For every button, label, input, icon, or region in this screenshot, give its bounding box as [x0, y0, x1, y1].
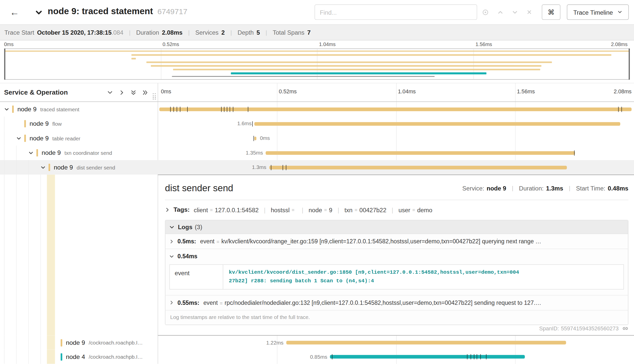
separator: |: [569, 185, 570, 191]
minimap-canvas[interactable]: [4, 49, 630, 80]
expand-all-button[interactable]: [131, 90, 136, 95]
log-marker-tick: [471, 354, 471, 359]
collapse-one-button[interactable]: [119, 90, 124, 95]
span-name-cell[interactable]: node 9txn coordinator send: [0, 145, 158, 160]
span-bar[interactable]: [269, 165, 567, 169]
span-rows-bottom: node 9/cockroach.roachpb.I…1.22msnode 4/…: [0, 336, 634, 364]
span-name-cell[interactable]: node 9flow: [0, 116, 158, 131]
span-timeline-cell[interactable]: 0ms: [158, 131, 634, 146]
span-row: node 9table reader0ms: [0, 131, 634, 146]
link-icon[interactable]: [622, 326, 628, 332]
axis-tick-label: 1.56ms: [517, 89, 535, 95]
keyboard-shortcuts-button[interactable]: ⌘: [542, 5, 561, 20]
timeline-axis: 0ms0.52ms1.04ms1.56ms2.08ms: [158, 83, 634, 101]
service-color-bar: [49, 164, 50, 171]
timeline-left-header: Service & Operation: [0, 83, 158, 101]
span-name: node 9/cockroach.roachpb.I…: [0, 336, 158, 350]
log-field-value: kv/kvclient/kvcoord/dist_sender.go:1850 …: [229, 268, 520, 285]
log-marker-tick: [233, 106, 234, 112]
operation-name: /cockroach.roachpb.I…: [89, 339, 158, 346]
service-name: node 4: [66, 353, 85, 360]
service-name: node 9: [66, 339, 85, 346]
viewport-handle-right[interactable]: [629, 49, 629, 80]
meta-label: Service:: [462, 185, 484, 191]
expander-chevron-icon[interactable]: [40, 165, 49, 170]
double-chevron-right-icon: [142, 90, 148, 95]
service-color-bar: [12, 105, 14, 113]
operation-name: txn coordinator send: [65, 150, 158, 156]
separator: |: [512, 185, 513, 191]
span-name-cell[interactable]: node 9table reader: [0, 131, 158, 146]
trace-collapse-chevron-icon[interactable]: [35, 9, 43, 17]
expander-chevron-icon[interactable]: [16, 136, 24, 141]
log-field-key: event: [170, 265, 223, 289]
log-entry[interactable]: 0.55ms: event=rpc/nodedialer/nodedialer.…: [165, 295, 628, 310]
log-timestamp: 0.5ms:: [178, 238, 196, 245]
back-button[interactable]: ←: [7, 4, 23, 20]
minimap-span-bar: [151, 65, 541, 67]
span-timeline-cell[interactable]: [158, 102, 634, 117]
chevron-down-icon: [170, 254, 174, 259]
chevron-right-icon[interactable]: [165, 207, 170, 212]
logs-section: Logs (3) 0.5ms: event=kv/kvclient/kvcoor…: [165, 220, 628, 325]
span-name-cell[interactable]: node 9traced statement: [0, 102, 158, 117]
next-match-button[interactable]: [512, 9, 518, 15]
separator: |: [266, 29, 267, 36]
tags-label[interactable]: Tags:: [174, 206, 190, 213]
tags-row: Tags: client=127.0.0.1:54582|hostssl=|no…: [165, 205, 628, 215]
viewport-handle-left[interactable]: [5, 49, 5, 80]
logs-header[interactable]: Logs (3): [165, 220, 628, 234]
expander-chevron-icon[interactable]: [28, 150, 36, 156]
service-name: node 9: [30, 135, 49, 142]
span-title: dist sender send: [165, 183, 462, 194]
span-bar[interactable]: [254, 136, 256, 140]
axis-tick-label: 0ms: [161, 89, 171, 95]
summary-label: Duration: [136, 29, 159, 36]
find-input[interactable]: [314, 5, 477, 20]
summary-value: 2.08ms: [162, 29, 182, 36]
clear-search-button[interactable]: [526, 9, 532, 15]
splitter-grip[interactable]: [153, 93, 156, 99]
log-entry[interactable]: 0.5ms: event=kv/kvclient/kvcoord/range_i…: [165, 234, 628, 249]
prev-match-button[interactable]: [497, 9, 503, 15]
service-color-bar: [61, 353, 62, 360]
match-scope-button[interactable]: [482, 9, 489, 15]
span-timeline-cell[interactable]: 0.85ms: [158, 350, 634, 364]
summary-label: Total Spans: [273, 29, 304, 36]
span-bar[interactable]: [254, 122, 620, 125]
span-timeline-cell[interactable]: 1.22ms: [158, 336, 634, 350]
chevron-down-icon: [512, 9, 518, 15]
summary-label: Services: [195, 29, 219, 36]
span-timeline-cell[interactable]: 1.35ms: [158, 145, 634, 160]
service-name: node 9: [42, 149, 61, 157]
minimap-axis: 0ms0.52ms1.04ms1.56ms2.08ms: [4, 42, 630, 48]
log-entry-expanded[interactable]: 0.54ms: [165, 249, 628, 264]
log-key: event: [200, 238, 215, 245]
trace-view-label: Trace Timeline: [573, 9, 613, 15]
span-bar[interactable]: [266, 151, 575, 155]
close-icon: [526, 9, 532, 15]
span-name-cell[interactable]: node 9dist sender send: [0, 160, 158, 175]
service-name: node 9: [30, 120, 49, 127]
span-timeline-cell[interactable]: 1.6ms: [158, 116, 634, 131]
collapse-all-button[interactable]: [142, 90, 148, 95]
log-value: rpc/nodedialer/nodedialer.go:132 [n9,cli…: [225, 299, 541, 306]
log-fields-table: event kv/kvclient/kvcoord/dist_sender.go…: [170, 264, 624, 289]
log-marker-tick: [224, 106, 224, 112]
span-bar[interactable]: [286, 341, 566, 344]
span-bar[interactable]: [330, 355, 525, 358]
axis-tick-label: 0.52ms: [162, 42, 179, 47]
equals-sign: =: [220, 300, 223, 306]
span-name-cell[interactable]: node 9/cockroach.roachpb.I…: [0, 336, 158, 350]
gridline: [161, 49, 161, 79]
expander-chevron-icon[interactable]: [4, 106, 12, 112]
tag-value: 00427b22: [360, 206, 387, 213]
span-name-cell[interactable]: node 4/cockroach.roachpb.I…: [0, 350, 158, 364]
span-timeline-cell[interactable]: 1.3ms: [158, 160, 634, 175]
minimap-span-bar: [146, 61, 552, 63]
log-marker-tick: [480, 354, 481, 359]
tag-key: txn: [344, 206, 352, 213]
log-timestamp: 0.55ms:: [178, 299, 199, 306]
trace-view-select[interactable]: Trace Timeline: [567, 5, 629, 20]
expand-one-button[interactable]: [107, 90, 113, 95]
